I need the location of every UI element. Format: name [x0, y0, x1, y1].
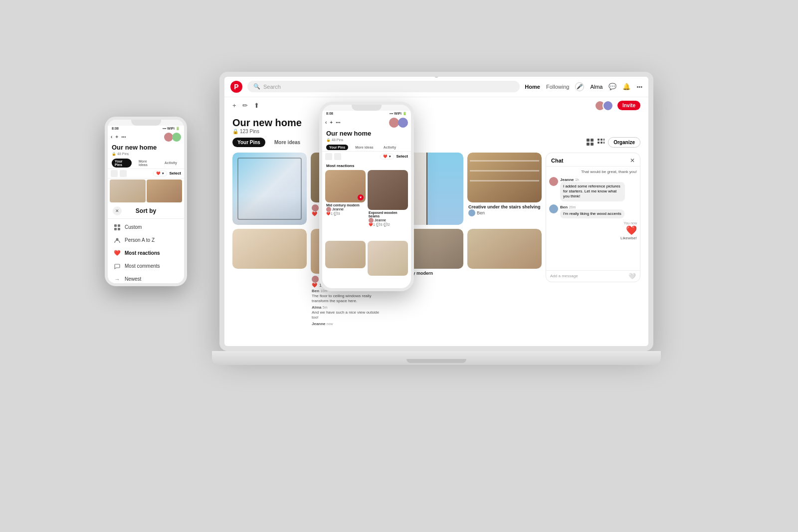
toolbar-edit-icon[interactable]: ✏ — [242, 102, 248, 109]
phone2-pin1-img: ♥ — [325, 170, 366, 202]
chat-close-icon[interactable]: ✕ — [630, 157, 635, 164]
toolbar-upload-icon[interactable]: ⬆ — [254, 102, 259, 109]
phone2-back-icon[interactable]: ‹ — [325, 120, 327, 125]
phone2-add-icon[interactable]: + — [330, 120, 333, 125]
phone1-select-btn[interactable]: Select — [169, 171, 181, 176]
sort-item-person[interactable]: Person A to Z — [108, 234, 184, 247]
pint-search-bar[interactable]: 🔍 Search — [247, 81, 520, 92]
phone2-pin2-author: Jeanne — [369, 218, 407, 223]
sort-newest-label: Newest — [125, 276, 141, 282]
sort-menu: ✕ Sort by — [108, 203, 184, 283]
phone2-pin1-reactions: ❤️1 💬3 — [326, 212, 365, 216]
chat-sender-jeanne1: Jeanne — [560, 177, 574, 182]
pin-card-1[interactable] — [232, 153, 307, 225]
nav-home[interactable]: Home — [525, 84, 540, 90]
phone1-notch — [131, 120, 161, 126]
phone2-pin1-heart: ♥ — [358, 194, 364, 200]
phone2-pin2-info: Exposed wooden beams Jeanne ❤️1 💬3 💬2 — [368, 210, 408, 228]
organize-button[interactable]: Organize — [608, 137, 640, 148]
phone1-list-icon[interactable] — [120, 170, 127, 177]
svg-rect-7 — [587, 143, 590, 146]
chat-heart-btn[interactable]: 🤍 — [628, 273, 636, 280]
phone1: 8:08 ▪▪▪ WiFi 🔋 ‹ + ••• Our new home 🔒 — [105, 117, 187, 286]
pint-toolbar: + ✏ ⬆ Invite — [224, 97, 648, 114]
sort-newest-icon: → — [114, 276, 121, 283]
sort-close-btn[interactable]: ✕ — [113, 206, 122, 215]
phone2-heart-filter[interactable]: ❤️ ▾ — [380, 154, 394, 160]
phone1-grid-icon[interactable] — [111, 170, 118, 177]
tab-your-pins[interactable]: Your Pins — [232, 138, 265, 147]
svg-rect-8 — [591, 143, 594, 146]
nav-more-icon[interactable]: ••• — [636, 84, 642, 90]
nav-chat-icon[interactable]: 💬 — [608, 83, 616, 90]
phone2: 8:08 ▪▪▪ WiFi 🔋 ‹ + ••• Our new home 🔒 4… — [319, 102, 414, 291]
nav-bell-icon[interactable]: 🔔 — [622, 83, 630, 90]
list-view-icon[interactable] — [597, 138, 605, 146]
pin2-avatar — [312, 204, 319, 211]
sort-item-newest[interactable]: → Newest — [108, 273, 184, 283]
tab-more-ideas[interactable]: More ideas — [269, 138, 305, 147]
pint-logo[interactable]: P — [230, 81, 242, 93]
pin4-shelf3 — [470, 180, 539, 181]
phone2-pin-2[interactable]: Exposed wooden beams Jeanne ❤️1 💬3 💬2 — [368, 170, 408, 239]
phone1-filter[interactable]: ❤️ ▾ — [153, 171, 167, 177]
phone2-tab-activity[interactable]: Activity — [381, 145, 399, 150]
phone2-grid-icon1[interactable] — [325, 153, 332, 160]
phone2-select-btn[interactable]: Select — [396, 154, 408, 159]
phone2-pin-4[interactable] — [368, 241, 408, 287]
phone2-screen: 8:08 ▪▪▪ WiFi 🔋 ‹ + ••• Our new home 🔒 4… — [322, 111, 411, 288]
pin2-heart: ❤️ — [312, 211, 317, 216]
phone2-pin-1[interactable]: ♥ Mid century modern Jeanne ❤️1 💬3 — [325, 170, 366, 239]
nav-following[interactable]: Following — [546, 84, 569, 90]
phone1-tab-activity[interactable]: Activity — [162, 160, 180, 166]
phone2-grid-icon2[interactable] — [334, 153, 341, 160]
phone2-nav: ‹ + ••• — [322, 117, 411, 129]
sort-comments-label: Most comments — [125, 263, 160, 269]
chat-likewise-text: Likewise! — [549, 236, 637, 240]
chat-input-placeholder[interactable]: Add a message — [550, 274, 626, 278]
phone1-more-icon[interactable]: ••• — [121, 135, 126, 140]
pint-content: Jeanne ❤️ 2 — [224, 150, 648, 346]
sort-person-icon — [114, 237, 121, 244]
pin-card-5[interactable] — [232, 229, 307, 329]
chat-heart-icon: ❤️ — [549, 225, 637, 236]
phone2-pin-3[interactable] — [325, 241, 366, 287]
sort-person-label: Person A to Z — [125, 237, 155, 243]
toolbar-plus-icon[interactable]: + — [232, 102, 236, 109]
phone2-more-icon[interactable]: ••• — [336, 120, 340, 125]
phone2-pin1-info: Mid century modern Jeanne ❤️1 💬3 — [325, 202, 366, 217]
phone2-pins-grid: ♥ Mid century modern Jeanne ❤️1 💬3 — [322, 169, 411, 288]
pin-card-4[interactable]: Creative under the stairs shelving Ben — [467, 153, 542, 225]
phone1-bg-pin2 — [147, 179, 183, 202]
phone1-board-sub: 🔒 48 Pins — [108, 152, 184, 158]
nav-mic-icon[interactable]: 🎤 — [575, 82, 584, 91]
laptop-base — [212, 351, 661, 365]
phone1-filter-chevron: ▾ — [162, 172, 164, 176]
phone1-pin-count: 48 Pins — [117, 152, 129, 156]
svg-rect-12 — [600, 142, 602, 144]
tab-right-controls: Organize — [586, 137, 640, 148]
sort-item-custom[interactable]: Custom — [108, 221, 184, 234]
sort-comment-icon — [114, 263, 121, 270]
phone1-add-icon[interactable]: + — [115, 134, 118, 140]
phone1-tab-yourpins[interactable]: Your Pins — [112, 159, 132, 168]
phone2-tab-yourpins[interactable]: Your Pins — [326, 145, 348, 150]
invite-button[interactable]: Invite — [617, 101, 640, 110]
grid-view-icon[interactable] — [586, 138, 594, 146]
pin-card-8[interactable] — [467, 229, 542, 329]
phone2-tab-moreideas[interactable]: More ideas — [352, 145, 377, 150]
sort-custom-label: Custom — [125, 224, 142, 230]
sort-item-reactions[interactable]: ❤️ Most reactions — [108, 247, 184, 260]
phone2-pin3-img — [325, 241, 366, 268]
phone1-tab-moreideas[interactable]: More ideas — [136, 159, 158, 168]
phone1-bg-pins — [108, 178, 184, 203]
chat-msg2-content: Jeanne 1h I added some reference picture… — [560, 177, 625, 201]
nav-username[interactable]: Alma — [590, 84, 602, 90]
phone1-back-icon[interactable]: ‹ — [111, 134, 112, 140]
phone2-tabs: Your Pins More ideas Activity — [322, 144, 411, 152]
sort-item-comments[interactable]: Most comments — [108, 260, 184, 273]
phone2-avatars — [389, 118, 408, 128]
pint-page-title: Our new home 🔒 123 Pins — [224, 114, 648, 135]
phone2-pin1-title: Mid century modern — [326, 203, 365, 207]
svg-rect-6 — [591, 139, 594, 142]
